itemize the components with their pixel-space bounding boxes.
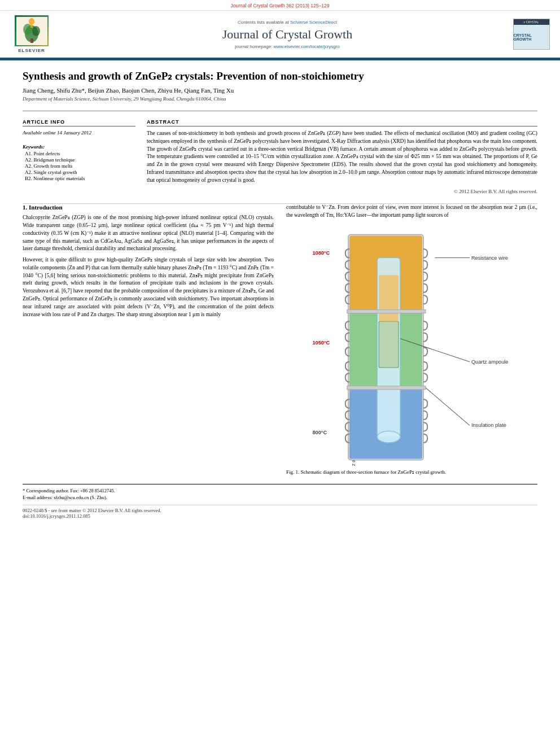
footnote-section: * Corresponding author. Fax: +86 28 8541…: [23, 484, 537, 500]
authors-line: Jiang Cheng, Shifu Zhu*, Beijun Zhao, Ba…: [23, 87, 537, 94]
email-label: E-mail address:: [23, 495, 53, 500]
crystal-growth-logo: ≡ CRYSTAL CRYSTAL GROWTH: [511, 19, 551, 50]
keywords-label: Keywords:: [23, 144, 135, 150]
svg-rect-22: [379, 275, 399, 321]
journal-title-area: Contents lists available at SciVerse Sci…: [63, 20, 511, 49]
journal-homepage-link[interactable]: www.elsevier.com/locate/jcrysgro: [274, 44, 340, 49]
svg-rect-21: [379, 321, 399, 368]
keyword-4: A2. Single crystal growth: [25, 169, 135, 175]
homepage-line: journal homepage: www.elsevier.com/locat…: [63, 44, 511, 49]
article-info-col: Article Info Available online 14 January…: [23, 119, 135, 194]
cg-top-label: ≡ CRYSTAL: [514, 19, 549, 25]
svg-point-5: [29, 18, 34, 25]
intro-right-col: contributable to V⁻Zn. From device point…: [286, 204, 537, 475]
keyword-3: A2. Growth from melts: [25, 163, 135, 169]
bottom-bar: 0022-0248/$ - see front matter © 2012 El…: [23, 505, 537, 519]
keyword-1: A1. Point defects: [25, 151, 135, 156]
svg-text:1080°C: 1080°C: [312, 250, 330, 256]
sciverse-link[interactable]: SciVerse ScienceDirect: [290, 20, 337, 25]
abstract-col: Abstract The causes of non-stoichiometry…: [147, 119, 537, 194]
intro-para2: However, it is quite difficult to grow h…: [23, 256, 274, 318]
elsevier-logo: ELSEVIER: [9, 15, 54, 53]
available-online: Available online 14 January 2012: [23, 130, 135, 136]
svg-text:Resistance wire: Resistance wire: [471, 255, 508, 260]
footnote-email: E-mail address: sfzhu@scu.edu.cn (S. Zhu…: [23, 495, 537, 500]
abstract-text: The causes of non-stoichiometry in both …: [147, 130, 537, 184]
svg-text:800°C: 800°C: [312, 430, 327, 435]
svg-rect-24: [347, 309, 426, 313]
intro-para1: Chalcopyrite ZnGeP₂ (ZGP) is one of the …: [23, 214, 274, 253]
doi-line: doi:10.1016/j.jcrysgro.2011.12.085: [23, 513, 537, 519]
page-header: ELSEVIER Contents lists available at Sci…: [0, 11, 560, 59]
keyword-5: B2. Nonlinear optic materials: [25, 176, 135, 181]
furnace-svg: 1080°C 1050°C 800°C High-tempe zone Crys…: [286, 223, 537, 466]
footnote-star: * Corresponding author. Fax: +86 28 8541…: [23, 488, 537, 493]
copyright-line: © 2012 Elsevier B.V. All rights reserved…: [147, 189, 537, 194]
elsevier-label: ELSEVIER: [18, 48, 45, 53]
journal-bar: Journal of Crystal Growth 362 (2013) 125…: [0, 0, 560, 11]
logo-image: [15, 15, 49, 46]
body-two-col: 1. Introduction Chalcopyrite ZnGeP₂ (ZGP…: [23, 204, 537, 475]
journal-main-title: Journal of Crystal Growth: [63, 27, 511, 42]
svg-rect-4: [30, 38, 33, 43]
journal-reference: Journal of Crystal Growth 362 (2013) 125…: [231, 3, 330, 8]
svg-point-23: [377, 431, 400, 442]
abstract-header: Abstract: [147, 119, 537, 126]
svg-text:Quartz ampoule: Quartz ampoule: [471, 359, 508, 365]
contents-line: Contents lists available at SciVerse Sci…: [63, 20, 511, 25]
affiliation-line: Department of Materials Science, Sichuan…: [23, 96, 537, 102]
keyword-2: A2. Bridgman technique: [25, 157, 135, 163]
issn-line: 0022-0248/$ - see front matter © 2012 El…: [23, 508, 537, 513]
article-container: Synthesis and growth of ZnGeP₂ crystals:…: [0, 60, 560, 203]
svg-text:1050°C: 1050°C: [312, 340, 330, 346]
body-section: 1. Introduction Chalcopyrite ZnGeP₂ (ZGP…: [0, 204, 560, 484]
intro-left-col: 1. Introduction Chalcopyrite ZnGeP₂ (ZGP…: [23, 204, 274, 475]
email-address: sfzhu@scu.edu.cn (S. Zhu).: [54, 495, 107, 500]
cg-logo-box: ≡ CRYSTAL CRYSTAL GROWTH: [513, 19, 550, 50]
divider-hr: [23, 111, 537, 111]
figure-1-box: 1080°C 1050°C 800°C High-tempe zone Crys…: [286, 223, 537, 475]
authors-text: Jiang Cheng, Shifu Zhu*, Beijun Zhao, Ba…: [23, 87, 234, 94]
svg-rect-6: [30, 24, 33, 28]
svg-text:Insulation plate: Insulation plate: [471, 422, 506, 428]
info-abstract-section: Article Info Available online 14 January…: [23, 119, 537, 194]
fig-1-caption: Fig. 1. Schematic diagram of three-secti…: [286, 469, 537, 475]
cg-bottom-label: CRYSTAL GROWTH: [514, 25, 549, 49]
right-para1: contributable to V⁻Zn. From device point…: [286, 204, 537, 220]
article-info-header: Article Info: [23, 119, 135, 126]
article-title: Synthesis and growth of ZnGeP₂ crystals:…: [23, 69, 537, 82]
svg-rect-25: [347, 386, 426, 390]
svg-point-3: [32, 26, 40, 36]
intro-title: 1. Introduction: [23, 204, 274, 211]
